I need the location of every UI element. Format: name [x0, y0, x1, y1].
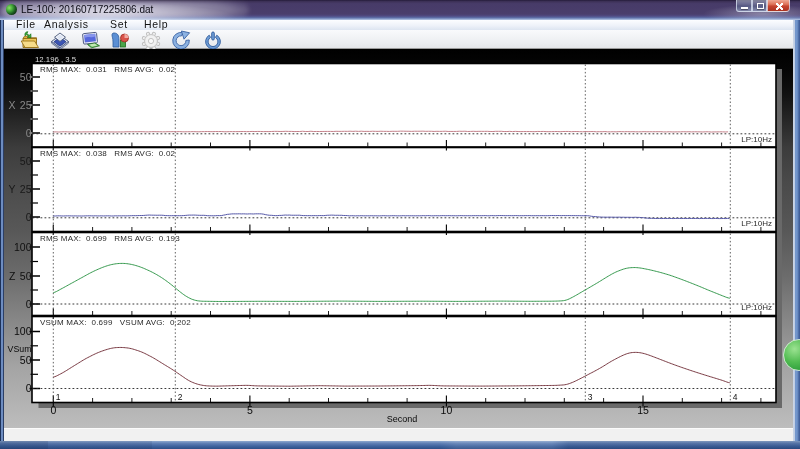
svg-text:1: 1 — [56, 392, 61, 402]
svg-text:0: 0 — [50, 404, 56, 416]
svg-text:VSum: VSum — [8, 344, 32, 354]
svg-text:3: 3 — [588, 392, 593, 402]
svg-text:15: 15 — [637, 404, 649, 416]
svg-text:0: 0 — [26, 298, 32, 310]
svg-text:10: 10 — [441, 404, 453, 416]
svg-text:12.196 , 3.5: 12.196 , 3.5 — [35, 55, 77, 64]
svg-text:100: 100 — [14, 325, 32, 337]
svg-text:25: 25 — [20, 183, 32, 195]
svg-text:2: 2 — [178, 392, 183, 402]
svg-text:50: 50 — [20, 71, 32, 83]
svg-text:0: 0 — [26, 127, 32, 139]
svg-text:X: X — [8, 99, 15, 111]
svg-text:25: 25 — [20, 99, 32, 111]
svg-text:100: 100 — [14, 241, 32, 253]
svg-text:50: 50 — [20, 270, 32, 282]
svg-text:Second: Second — [387, 414, 418, 424]
svg-text:RMS MAX: 0.031 RMS AVG: 0.: RMS MAX: 0.031 RMS AVG: 0.02 — [40, 65, 176, 74]
svg-text:Z: Z — [9, 270, 16, 282]
svg-text:50: 50 — [20, 354, 32, 366]
svg-text:LP:10Hz: LP:10Hz — [741, 135, 772, 144]
svg-text:VSUM MAX: 0.699 VSUM AVG:: VSUM MAX: 0.699 VSUM AVG: 0.202 — [40, 318, 191, 327]
svg-text:5: 5 — [247, 404, 253, 416]
svg-text:RMS MAX: 0.699 RMS AVG: 0.: RMS MAX: 0.699 RMS AVG: 0.193 — [40, 234, 180, 243]
svg-text:4: 4 — [733, 392, 738, 402]
svg-text:LP:10Hz: LP:10Hz — [741, 303, 772, 312]
svg-text:0: 0 — [26, 382, 32, 394]
svg-text:RMS MAX: 0.038 RMS AVG: 0.: RMS MAX: 0.038 RMS AVG: 0.02 — [40, 149, 176, 158]
svg-text:LP:10Hz: LP:10Hz — [741, 219, 772, 228]
svg-text:50: 50 — [20, 155, 32, 167]
svg-text:Y: Y — [8, 183, 15, 195]
svg-text:0: 0 — [26, 211, 32, 223]
